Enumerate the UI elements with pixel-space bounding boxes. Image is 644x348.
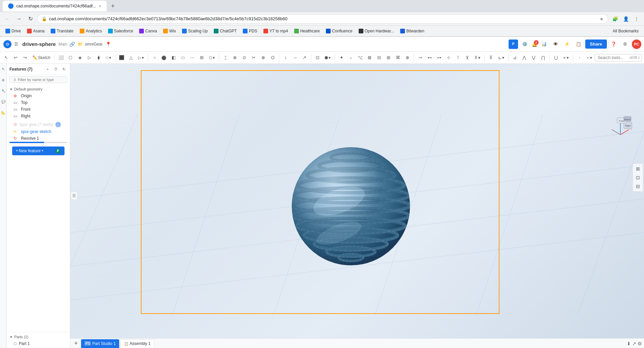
default-geometry-header[interactable]: ▼ Default geometry bbox=[7, 86, 70, 92]
tool-40[interactable]: ⊽ bbox=[487, 53, 495, 62]
tool-42[interactable]: ⊿ bbox=[511, 53, 519, 62]
tool-25[interactable]: ✦ bbox=[337, 53, 346, 62]
feature-refresh-btn[interactable]: ↻ bbox=[60, 66, 67, 73]
tool39-dropdown[interactable]: ⊼▾ bbox=[472, 53, 482, 62]
toolbar-icon-5[interactable]: ⚡ bbox=[562, 39, 572, 49]
browser-tab-active[interactable]: cad.onshape.com/documents/7424cf66adf...… bbox=[3, 1, 107, 11]
tool47-dropdown[interactable]: ⋄▾ bbox=[561, 53, 571, 62]
tool-43[interactable]: ⋀ bbox=[520, 53, 529, 62]
feature-history-btn[interactable]: ⏱ bbox=[52, 66, 59, 73]
extensions-btn[interactable]: 🧩 bbox=[610, 14, 620, 24]
tool-38[interactable]: ⊻ bbox=[463, 53, 472, 62]
tool-2[interactable]: ⬡ bbox=[66, 53, 75, 62]
tool-48[interactable]: ⋅ bbox=[575, 53, 584, 62]
tool-10[interactable]: ◧ bbox=[169, 53, 178, 62]
tool-26[interactable]: ⬦ bbox=[346, 53, 355, 62]
sidebar-measure-btn[interactable]: 📐 bbox=[0, 108, 7, 116]
feature-item-top[interactable]: ▭ Top bbox=[7, 99, 70, 106]
tool-11[interactable]: ⬭ bbox=[179, 53, 187, 62]
tool-27[interactable]: ⌥ bbox=[356, 53, 365, 62]
bookmark-drive[interactable]: Drive bbox=[3, 28, 24, 34]
tool-6[interactable]: ⬛ bbox=[118, 53, 126, 62]
parts-item-1[interactable]: ⬡ Part 1 bbox=[7, 340, 70, 347]
viewport[interactable]: Z X Right Front Bottom ⊞ ⊡ ⊟ ☰ bbox=[70, 64, 644, 348]
tool-3[interactable]: ◈ bbox=[76, 53, 84, 62]
select-tool[interactable]: ↖ bbox=[2, 53, 11, 62]
tool-31[interactable]: ⌘ bbox=[393, 53, 402, 62]
profile-btn[interactable]: 👤 bbox=[621, 14, 630, 24]
parts-header[interactable]: ▼ Parts (1) bbox=[7, 333, 70, 340]
bookmark-wix[interactable]: Wix bbox=[160, 28, 179, 34]
tool24-dropdown[interactable]: ⬢▾ bbox=[323, 53, 333, 62]
tool-1[interactable]: ⬜ bbox=[57, 53, 66, 62]
tool-18[interactable]: ⊕ bbox=[259, 53, 268, 62]
bookmark-all[interactable]: All Bookmarks bbox=[610, 28, 641, 34]
tool41-dropdown[interactable]: ⊾▾ bbox=[496, 53, 506, 62]
bookmark-chatgpt[interactable]: ChatGPT bbox=[211, 28, 239, 34]
nav-cube-container[interactable]: Z X Right Front Bottom bbox=[607, 114, 634, 141]
tool-28[interactable]: ⊠ bbox=[365, 53, 374, 62]
shape-dropdown[interactable]: □▾ bbox=[104, 53, 113, 62]
tool-4[interactable]: ▷ bbox=[85, 53, 94, 62]
tool-19[interactable]: ⌬ bbox=[268, 53, 277, 62]
tool-35[interactable]: ⊶ bbox=[435, 53, 444, 62]
undo-btn[interactable]: ↩ bbox=[11, 53, 20, 62]
new-feature-btn[interactable]: • New feature • P bbox=[12, 146, 65, 155]
reload-btn[interactable]: ↻ bbox=[26, 14, 35, 24]
feature-item-front[interactable]: ▭ Front bbox=[7, 106, 70, 113]
tool-15[interactable]: ⊗ bbox=[231, 53, 239, 62]
tool-21[interactable]: ↔ bbox=[291, 53, 300, 62]
settings-btn[interactable]: ⚙ bbox=[620, 39, 630, 49]
toolbar-icon-4[interactable]: 👁️ bbox=[551, 39, 560, 49]
location-icon[interactable]: 📍 bbox=[105, 42, 111, 47]
feature-item-spur-gear[interactable]: ⚙ Spur gear (? teeth) i bbox=[7, 121, 70, 128]
bookmark-asana[interactable]: Asana bbox=[24, 28, 47, 34]
tool-23[interactable]: ⊡ bbox=[313, 53, 322, 62]
bookmark-bitwarden[interactable]: Bitwarden bbox=[397, 28, 427, 34]
tool-17[interactable]: ✂ bbox=[250, 53, 258, 62]
bookmark-salesforce[interactable]: Salesforce bbox=[105, 28, 136, 34]
bookmark-canva[interactable]: Canva bbox=[136, 28, 160, 34]
feature-item-spur-sketch[interactable]: ✏ spur-gear sketch bbox=[7, 128, 70, 135]
toolbar-icon-3[interactable]: 📊 bbox=[539, 39, 549, 49]
workspace-icon[interactable]: 📁 bbox=[78, 42, 83, 47]
tool-30[interactable]: ⊞ bbox=[384, 53, 393, 62]
new-tab-btn[interactable]: + bbox=[108, 1, 118, 11]
right-panel-btn-2[interactable]: ⊡ bbox=[634, 173, 642, 182]
bookmark-yt-to-mp4[interactable]: YT to mp4 bbox=[261, 28, 291, 34]
tool-5[interactable]: ⧫ bbox=[95, 53, 103, 62]
tool-13[interactable]: ⊞ bbox=[197, 53, 206, 62]
collapse-panel-btn[interactable]: ☰ bbox=[71, 192, 77, 200]
filter-input[interactable] bbox=[9, 76, 67, 83]
shape2-dropdown[interactable]: ▷▾ bbox=[136, 53, 146, 62]
tool-44[interactable]: ⋁ bbox=[529, 53, 538, 62]
help-btn[interactable]: ❓ bbox=[609, 39, 618, 49]
tool-33[interactable]: ⊸ bbox=[416, 53, 425, 62]
tool-20[interactable]: ↕ bbox=[281, 53, 290, 62]
tool-29[interactable]: ⊟ bbox=[375, 53, 384, 62]
toolbar-icon-1[interactable]: ⚙️ bbox=[520, 39, 530, 49]
bookmark-confluence[interactable]: Confluence bbox=[323, 28, 355, 34]
tool49-dropdown[interactable]: ⋆▾ bbox=[585, 53, 594, 62]
p-icon-btn[interactable]: P bbox=[509, 39, 518, 49]
sidebar-comment-btn[interactable]: 💬 bbox=[0, 98, 7, 106]
address-bar[interactable]: 🔒 cad.onshape.com/documents/7424cf66adfd… bbox=[37, 14, 608, 24]
bookmark-healthcare[interactable]: Healthcare bbox=[291, 28, 323, 34]
right-panel-btn-3[interactable]: ⊟ bbox=[634, 182, 642, 190]
tool-22[interactable]: ↗ bbox=[300, 53, 309, 62]
back-btn[interactable]: ← bbox=[3, 14, 12, 24]
spur-gear-info-btn[interactable]: i bbox=[55, 122, 61, 127]
bookmark-scaling-up[interactable]: Scaling Up bbox=[179, 28, 210, 34]
add-feature-btn[interactable]: + bbox=[44, 66, 51, 73]
new-tab-add-btn[interactable]: + bbox=[72, 340, 80, 347]
share-button[interactable]: Share bbox=[585, 39, 607, 49]
tool-14[interactable]: ⌶ bbox=[221, 53, 230, 62]
toolbar-icon-6[interactable]: 📋 bbox=[574, 39, 583, 49]
tool-12[interactable]: ⋯ bbox=[188, 53, 197, 62]
sidebar-cursor-btn[interactable]: ↖ bbox=[0, 65, 7, 73]
bookmark-pds[interactable]: PDS bbox=[240, 28, 260, 34]
assembly-tab[interactable]: 📋 Assembly 1 bbox=[121, 339, 154, 348]
tool-36[interactable]: ⊹ bbox=[444, 53, 453, 62]
part-studio-tab[interactable]: PS Part Studio 1 bbox=[81, 339, 119, 348]
tool-46[interactable]: ⋃ bbox=[552, 53, 561, 62]
